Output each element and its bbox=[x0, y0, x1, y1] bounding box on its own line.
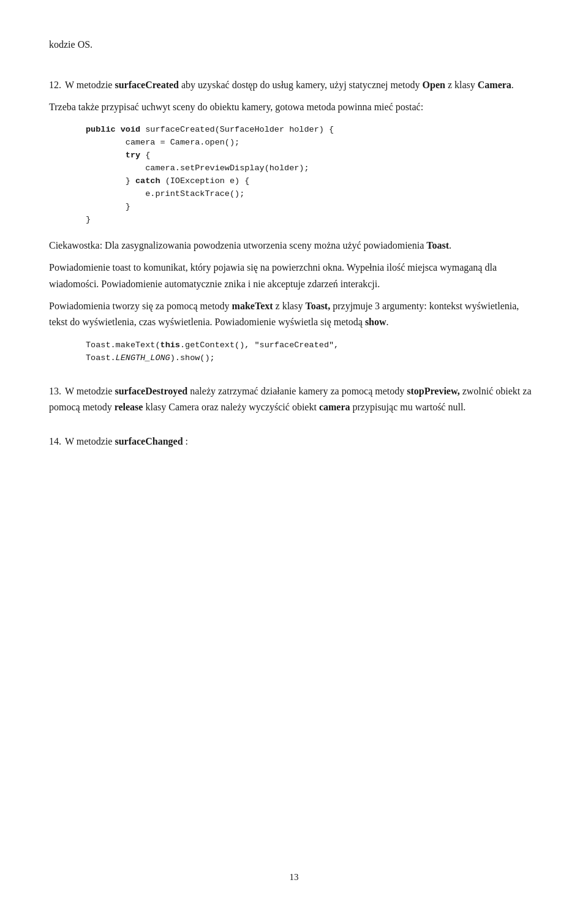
section-14-method: surfaceChanged bbox=[115, 436, 183, 446]
section-12-heading-suffix2: z klasy bbox=[445, 80, 478, 90]
section-12-heading-prefix: W metodzie bbox=[65, 80, 115, 90]
section-12-open: Open bbox=[423, 80, 445, 90]
code-public: public bbox=[86, 125, 116, 134]
toast-class-bold: Toast, bbox=[305, 301, 330, 311]
code-catch: catch bbox=[135, 176, 160, 186]
section-13-mid2: klasy Camera oraz należy wyczyścić obiek… bbox=[143, 402, 318, 412]
section-12-curiosity: Ciekawostka: Dla zasygnalizowania powodz… bbox=[49, 238, 539, 254]
intro-text: kodzie OS. bbox=[49, 39, 92, 50]
code-void: void bbox=[121, 125, 140, 134]
curiosity-prefix: Ciekawostka: Dla zasygnalizowania powodz… bbox=[49, 240, 426, 250]
section-12-number: 12. bbox=[49, 80, 61, 90]
release-bold: release bbox=[115, 402, 143, 412]
section-13-suffix: należy zatrzymać działanie kamery za pom… bbox=[187, 386, 407, 396]
section-12-heading: 12.W metodzie surfaceCreated aby uzyskać… bbox=[49, 77, 539, 93]
section-13-method: surfaceDestroyed bbox=[115, 386, 187, 396]
section-13-prefix: W metodzie bbox=[65, 386, 115, 396]
stop-preview-bold: stopPreview, bbox=[407, 386, 459, 396]
section-13-end: przypisując mu wartość null. bbox=[350, 402, 466, 412]
section-14-suffix: : bbox=[183, 436, 188, 446]
show-bold: show bbox=[365, 317, 386, 327]
para-toast2-prefix: Powiadomienia tworzy się za pomocą metod… bbox=[49, 301, 232, 311]
section-12-code-block: public void surfaceCreated(SurfaceHolder… bbox=[86, 124, 539, 226]
section-14-prefix: W metodzie bbox=[65, 436, 115, 446]
code-this: this bbox=[160, 341, 180, 350]
curiosity-suffix: . bbox=[449, 240, 451, 250]
maketext-bold: makeText bbox=[232, 301, 273, 311]
section-13-number: 13. bbox=[49, 386, 61, 396]
section-14-heading: 14.W metodzie surfaceChanged : bbox=[49, 434, 539, 450]
page: kodzie OS. 12.W metodzie surfaceCreated … bbox=[0, 0, 588, 907]
toast-label: Toast bbox=[426, 240, 449, 250]
section-12-toast2: Powiadomienia tworzy się za pomocą metod… bbox=[49, 298, 539, 331]
section-12-para2-text: Trzeba także przypisać uchwyt sceny do o… bbox=[49, 102, 423, 112]
para-toast1-text: Powiadomienie toast to komunikat, który … bbox=[49, 262, 497, 288]
code-length-long: LENGTH_LONG bbox=[116, 353, 170, 363]
toast-code-block: Toast.makeText(this.getContext(), "surfa… bbox=[86, 339, 539, 365]
section-12-para2: Trzeba także przypisać uchwyt sceny do o… bbox=[49, 99, 539, 115]
section-13: 13.W metodzie surfaceDestroyed należy za… bbox=[49, 383, 539, 416]
section-13-heading: 13.W metodzie surfaceDestroyed należy za… bbox=[49, 383, 539, 416]
section-12-method: surfaceCreated bbox=[115, 80, 179, 90]
para-toast2-mid: z klasy bbox=[273, 301, 306, 311]
camera-bold: camera bbox=[319, 402, 350, 412]
page-number: 13 bbox=[290, 872, 299, 883]
section-12-heading-end: . bbox=[511, 80, 514, 90]
section-14-number: 14. bbox=[49, 436, 61, 446]
section-12-camera-class: Camera bbox=[478, 80, 511, 90]
code-try: try bbox=[126, 151, 140, 160]
para-toast2-end: . bbox=[386, 317, 389, 327]
section-14: 14.W metodzie surfaceChanged : bbox=[49, 434, 539, 450]
section-12-heading-suffix: aby uzyskać dostęp do usług kamery, użyj… bbox=[179, 80, 423, 90]
section-12-toast1: Powiadomienie toast to komunikat, który … bbox=[49, 260, 539, 292]
section-12: 12.W metodzie surfaceCreated aby uzyskać… bbox=[49, 77, 539, 365]
intro-line: kodzie OS. bbox=[49, 37, 539, 53]
